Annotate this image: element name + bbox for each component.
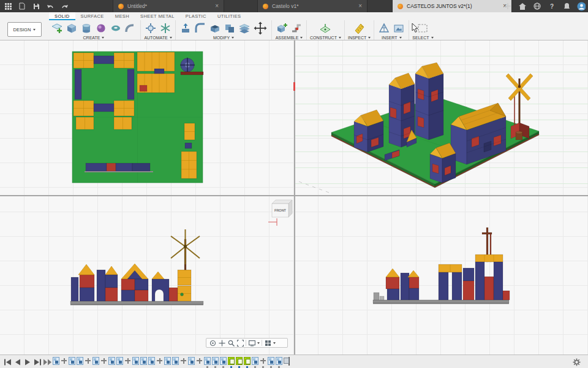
timeline-feature[interactable] bbox=[276, 357, 282, 365]
fillet-icon[interactable] bbox=[194, 21, 207, 35]
display-settings-icon[interactable] bbox=[248, 339, 255, 347]
front-blocks-group-3[interactable] bbox=[121, 264, 148, 301]
view-cube[interactable]: FRONT bbox=[268, 200, 292, 226]
timeline-feature[interactable] bbox=[188, 357, 195, 365]
viewcube-front-label[interactable]: FRONT bbox=[274, 209, 287, 212]
timeline-step-forward-button[interactable] bbox=[33, 358, 42, 366]
viewport-top[interactable] bbox=[0, 40, 294, 195]
document-tab-untitled[interactable]: Untitled* × bbox=[113, 0, 224, 12]
front-blocks-group-2[interactable] bbox=[97, 266, 118, 301]
combine-icon[interactable] bbox=[223, 21, 236, 35]
viewport-right[interactable] bbox=[295, 196, 588, 355]
timeline-feature[interactable] bbox=[268, 357, 274, 365]
create-sphere-icon[interactable] bbox=[94, 21, 108, 35]
viewport-divider-horizontal[interactable] bbox=[0, 195, 588, 196]
timeline-feature[interactable] bbox=[140, 357, 147, 365]
front-blocks-group-1[interactable] bbox=[71, 264, 94, 301]
timeline-feature[interactable] bbox=[180, 357, 187, 365]
automate-dropdown[interactable]: AUTOMATE bbox=[144, 35, 172, 40]
iso-tower-tall[interactable] bbox=[415, 63, 443, 140]
create-box-icon[interactable] bbox=[65, 21, 78, 35]
timeline-feature[interactable] bbox=[108, 357, 115, 365]
timeline-feature[interactable] bbox=[164, 357, 171, 365]
design-workspace-dropdown[interactable]: DESIGN bbox=[7, 22, 42, 37]
ribbon-tab-solid[interactable]: SOLID bbox=[49, 12, 75, 20]
redo-icon[interactable] bbox=[60, 2, 69, 10]
viewport-front[interactable]: FRONT bbox=[0, 196, 294, 355]
file-menu-icon[interactable] bbox=[18, 2, 26, 10]
viewport-perspective[interactable] bbox=[295, 40, 588, 195]
new-component-icon[interactable] bbox=[275, 21, 288, 35]
timeline-feature[interactable] bbox=[212, 357, 219, 365]
undo-icon[interactable] bbox=[46, 2, 55, 10]
joint-icon[interactable] bbox=[290, 21, 303, 35]
timeline-feature[interactable] bbox=[172, 357, 179, 365]
timeline-feature[interactable] bbox=[196, 357, 203, 365]
timeline-feature-highlighted[interactable] bbox=[244, 357, 251, 365]
select-dropdown[interactable]: SELECT bbox=[412, 35, 433, 40]
modify-dropdown[interactable]: MODIFY bbox=[213, 35, 234, 40]
ribbon-tab-sheet-metal[interactable]: SHEET METAL bbox=[135, 12, 180, 20]
measure-icon[interactable] bbox=[353, 21, 366, 35]
insert-canvas-icon[interactable] bbox=[392, 21, 405, 35]
construct-dropdown[interactable]: CONSTRUCT bbox=[310, 35, 341, 40]
timeline-feature[interactable] bbox=[61, 357, 67, 365]
timeline-feature[interactable] bbox=[252, 357, 258, 365]
offset-faces-icon[interactable] bbox=[238, 21, 251, 35]
inspect-dropdown[interactable]: INSPECT bbox=[348, 35, 371, 40]
new-tab-icon[interactable] bbox=[503, 2, 512, 10]
automate-script-icon[interactable] bbox=[159, 21, 172, 35]
timeline-feature[interactable] bbox=[132, 357, 139, 365]
timeline-feature[interactable] bbox=[53, 357, 59, 365]
document-tab-castelo-v1[interactable]: Castelo v1* × bbox=[257, 0, 368, 12]
globe-icon[interactable] bbox=[533, 2, 541, 10]
fit-icon[interactable] bbox=[236, 339, 244, 347]
insert-mesh-icon[interactable] bbox=[377, 21, 391, 35]
construct-plane-icon[interactable] bbox=[318, 21, 332, 35]
user-avatar[interactable] bbox=[577, 2, 586, 10]
home-icon[interactable] bbox=[518, 2, 527, 10]
side-blocks-group-1[interactable] bbox=[386, 269, 419, 300]
timeline-settings-gear-icon[interactable] bbox=[572, 358, 581, 366]
front-arch-block[interactable] bbox=[152, 272, 178, 301]
create-dropdown[interactable]: CREATE bbox=[83, 35, 105, 40]
timeline-feature[interactable] bbox=[204, 357, 211, 365]
create-torus-icon[interactable] bbox=[109, 21, 123, 35]
timeline-feature-highlighted[interactable] bbox=[236, 357, 243, 365]
close-tab-icon[interactable]: × bbox=[358, 3, 362, 9]
timeline-feature[interactable] bbox=[69, 357, 75, 365]
timeline-feature[interactable] bbox=[85, 357, 91, 365]
ribbon-tab-plastic[interactable]: PLASTIC bbox=[180, 12, 212, 20]
shell-icon[interactable] bbox=[208, 21, 222, 35]
timeline-feature[interactable] bbox=[156, 357, 163, 365]
press-pull-icon[interactable] bbox=[179, 21, 192, 35]
timeline-feature-highlighted[interactable] bbox=[228, 357, 235, 365]
timeline-step-back-button[interactable] bbox=[13, 358, 22, 366]
chevron-down-icon[interactable] bbox=[273, 342, 276, 344]
timeline-feature[interactable] bbox=[116, 357, 123, 365]
timeline-feature[interactable] bbox=[148, 357, 155, 365]
notifications-bell-icon[interactable] bbox=[562, 2, 571, 10]
orbit-icon[interactable] bbox=[209, 339, 216, 347]
close-tab-icon[interactable]: × bbox=[215, 3, 219, 9]
timeline-feature[interactable] bbox=[220, 357, 227, 365]
app-grid-icon[interactable] bbox=[4, 2, 12, 10]
create-cylinder-icon[interactable] bbox=[80, 21, 93, 35]
timeline-play-button[interactable] bbox=[23, 358, 32, 366]
ribbon-tab-utilities[interactable]: UTILITIES bbox=[212, 12, 247, 20]
timeline-go-to-end-button[interactable] bbox=[43, 358, 51, 366]
ribbon-tab-mesh[interactable]: MESH bbox=[110, 12, 135, 20]
timeline-feature[interactable] bbox=[100, 357, 107, 365]
timeline-feature[interactable] bbox=[124, 357, 131, 365]
assemble-dropdown[interactable]: ASSEMBLE bbox=[276, 35, 303, 40]
side-loose-blocks[interactable] bbox=[374, 293, 384, 300]
side-blocks-group-2[interactable] bbox=[439, 228, 510, 300]
save-icon[interactable] bbox=[32, 2, 40, 10]
timeline-end-marker[interactable] bbox=[284, 357, 290, 366]
chevron-down-icon[interactable] bbox=[257, 342, 260, 344]
iso-house-left[interactable] bbox=[354, 110, 383, 152]
help-icon[interactable]: ? bbox=[548, 2, 556, 10]
pan-icon[interactable] bbox=[218, 339, 225, 347]
ribbon-tab-surface[interactable]: SURFACE bbox=[75, 12, 110, 20]
automate-gear-icon[interactable] bbox=[144, 21, 157, 35]
